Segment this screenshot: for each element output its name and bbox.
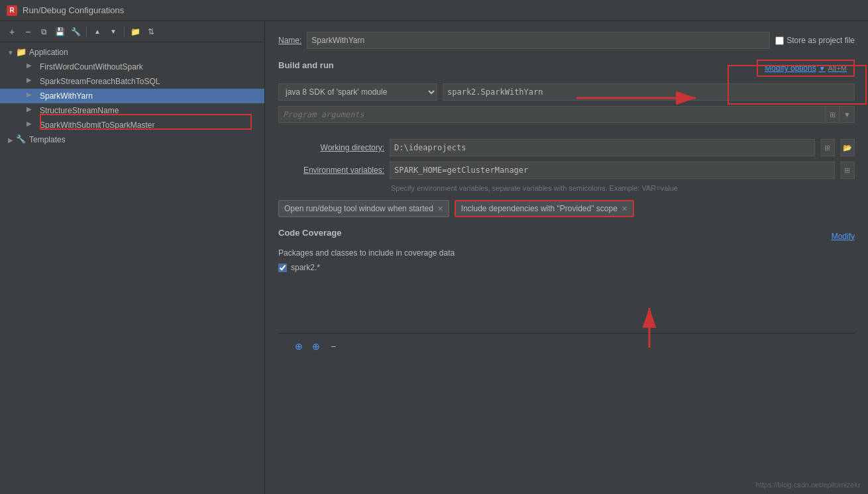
- class-input[interactable]: [443, 83, 855, 101]
- tree-item-label: SparkWithSubmitToSparkMaster: [40, 121, 154, 130]
- watermark: https://blog.csdn.net/epitomizelu: [756, 481, 860, 489]
- store-label: Store as project file: [787, 36, 855, 45]
- code-coverage-modify-link[interactable]: Modify: [832, 232, 855, 241]
- program-args-row: ⊞ ▼: [278, 106, 855, 123]
- left-toolbar: + − ⧉ 💾 🔧 ▲ ▼ 📁: [0, 21, 264, 42]
- chip-open-toolwindow: Open run/debug tool window when started …: [278, 200, 449, 217]
- move-up-button[interactable]: ▲: [91, 25, 104, 38]
- toolbar-separator-2: [124, 26, 125, 37]
- tree-item-firstwordcount[interactable]: ▶ FirstWordCountWithoutSpark: [0, 60, 264, 74]
- chip-label: Open run/debug tool window when started: [284, 204, 433, 213]
- working-dir-input[interactable]: [390, 139, 815, 156]
- chip-close-button[interactable]: ✕: [622, 205, 627, 213]
- modify-options-button[interactable]: Modify options ▼ Alt+M: [757, 60, 855, 77]
- expand-args-button[interactable]: ⊞: [826, 106, 840, 123]
- add-config-button[interactable]: +: [5, 25, 19, 38]
- left-panel: + − ⧉ 💾 🔧 ▲ ▼ 📁: [0, 21, 265, 494]
- code-coverage-title: Code Coverage: [278, 228, 341, 238]
- copy-config-button[interactable]: ⧉: [37, 25, 50, 38]
- tree-item-sparkwithyarn[interactable]: ▶ SparkWithYarn: [0, 89, 264, 103]
- sdk-row: java 8 SDK of 'spark' module: [278, 83, 855, 101]
- right-panel: Name: Store as project file Build and ru…: [265, 21, 868, 494]
- wrench-button[interactable]: 🔧: [69, 25, 82, 38]
- store-checkbox-area: Store as project file: [775, 36, 855, 45]
- tree-item-label: FirstWordCountWithoutSpark: [40, 62, 143, 72]
- program-args-input[interactable]: [278, 106, 826, 123]
- chips-row: Open run/debug tool window when started …: [278, 200, 855, 217]
- name-row: Name: Store as project file: [278, 32, 855, 49]
- env-vars-input[interactable]: [390, 162, 835, 179]
- coverage-checkbox[interactable]: [278, 264, 287, 272]
- title-bar: R Run/Debug Configurations: [0, 0, 868, 21]
- coverage-checkbox-label: spark2.*: [291, 263, 320, 272]
- working-dir-row: Working directory: ⊞ 📂: [278, 139, 855, 156]
- env-vars-expand-button[interactable]: ⊞: [840, 162, 855, 179]
- main-layout: + − ⧉ 💾 🔧 ▲ ▼ 📁: [0, 21, 868, 494]
- application-group-label: Application: [29, 48, 68, 57]
- chevron-down-icon: ▼: [819, 65, 826, 72]
- name-label: Name:: [278, 36, 301, 45]
- chip-label: Include dependencies with "Provided" sco…: [461, 204, 618, 213]
- templates-group-label: Templates: [29, 135, 66, 144]
- coverage-desc: Packages and classes to include in cover…: [278, 248, 855, 258]
- toolbar-separator-1: [86, 26, 87, 37]
- tree-item-label: StructureStreamName: [40, 106, 119, 115]
- tree-item-sparksubmit[interactable]: ▶ SparkWithSubmitToSparkMaster: [0, 118, 264, 132]
- env-hint: Specify environment variables, separate …: [391, 184, 855, 192]
- remove-config-button[interactable]: −: [21, 25, 34, 38]
- working-dir-browse-button[interactable]: 📂: [840, 139, 855, 156]
- sdk-select[interactable]: java 8 SDK of 'spark' module: [278, 83, 437, 101]
- modify-options-label: Modify options: [765, 64, 816, 73]
- move-to-group-button[interactable]: 📁: [129, 25, 142, 38]
- add-sub-coverage-button[interactable]: ⊕: [309, 339, 323, 354]
- tree-item-label: SparkStreamForeachBatchToSQL: [40, 77, 160, 86]
- config-icon: ▶: [27, 76, 37, 87]
- app-icon: R: [7, 5, 17, 16]
- store-checkbox[interactable]: [775, 36, 784, 45]
- config-icon: ▶: [27, 91, 37, 101]
- chip-include-deps: Include dependencies with "Provided" sco…: [455, 200, 634, 217]
- env-vars-row: Environment variables: ⊞: [278, 162, 855, 179]
- remove-coverage-button[interactable]: −: [326, 339, 341, 354]
- build-run-header: Build and run Modify options ▼ Alt+M: [278, 60, 855, 77]
- tree-templates-group[interactable]: ▶ 🔧 Templates: [0, 132, 264, 147]
- working-dir-expand-button[interactable]: ⊞: [820, 139, 835, 156]
- expand-icon: ▶: [5, 136, 16, 144]
- save-config-button[interactable]: 💾: [53, 25, 66, 38]
- config-icon: ▶: [27, 105, 37, 116]
- args-options-button[interactable]: ▼: [840, 106, 855, 123]
- bottom-toolbar: ⊕ ⊕ −: [278, 333, 855, 359]
- code-coverage-header: Code Coverage Modify: [278, 228, 855, 244]
- tree-item-sparkstream[interactable]: ▶ SparkStreamForeachBatchToSQL: [0, 74, 264, 89]
- folder-icon: 📁: [16, 47, 27, 58]
- expand-icon: ▼: [5, 49, 16, 56]
- build-run-title: Build and run: [278, 60, 334, 70]
- working-dir-label: Working directory:: [278, 143, 384, 152]
- move-down-button[interactable]: ▼: [107, 25, 120, 38]
- config-icon: ▶: [27, 120, 37, 130]
- chip-close-button[interactable]: ✕: [437, 205, 443, 213]
- add-coverage-button[interactable]: ⊕: [292, 339, 306, 354]
- tree-item-label: SparkWithYarn: [40, 91, 93, 101]
- env-vars-label: Environment variables:: [278, 166, 384, 175]
- modify-options-shortcut: Alt+M: [828, 64, 847, 72]
- tree-application-group[interactable]: ▼ 📁 Application: [0, 45, 264, 60]
- tree-item-structurestream[interactable]: ▶ StructureStreamName: [0, 103, 264, 118]
- config-icon: ▶: [27, 62, 37, 72]
- title-bar-text: Run/Debug Configurations: [23, 5, 124, 15]
- name-input[interactable]: [307, 32, 770, 49]
- config-tree: ▼ 📁 Application ▶ FirstWordCountWithoutS…: [0, 42, 264, 494]
- sort-button[interactable]: ⇅: [144, 25, 158, 38]
- wrench-icon: 🔧: [16, 134, 27, 145]
- coverage-checkbox-row: spark2.*: [278, 263, 855, 272]
